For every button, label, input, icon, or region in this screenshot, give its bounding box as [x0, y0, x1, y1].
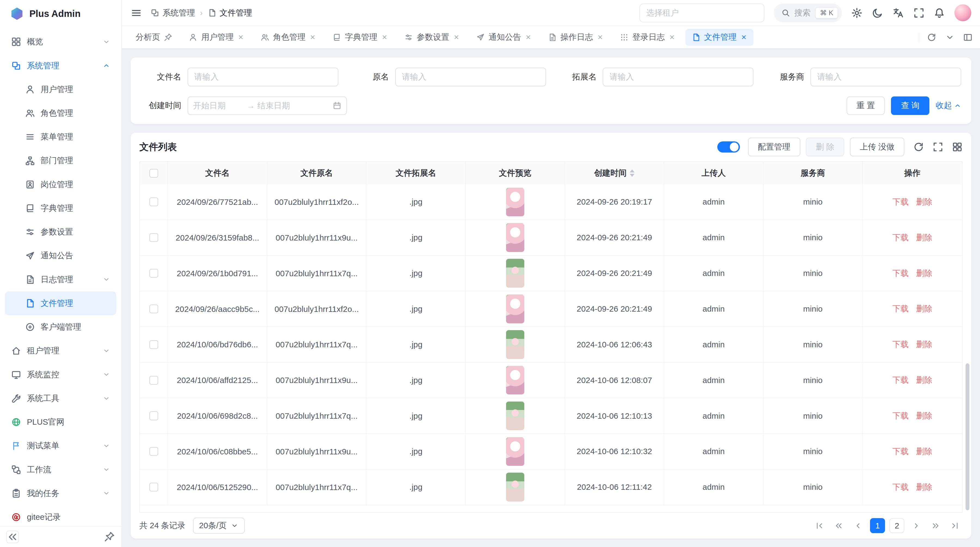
file-preview-thumbnail[interactable] — [506, 188, 524, 217]
close-tab-icon[interactable] — [668, 34, 675, 41]
close-tab-icon[interactable] — [597, 34, 603, 41]
last-page-button[interactable] — [948, 518, 963, 533]
delete-link[interactable]: 删除 — [916, 446, 932, 457]
page-2-button[interactable]: 2 — [889, 518, 904, 533]
delete-link[interactable]: 删除 — [916, 268, 932, 279]
download-link[interactable]: 下载 — [892, 410, 909, 421]
download-link[interactable]: 下载 — [892, 268, 909, 279]
user-avatar[interactable] — [955, 4, 971, 21]
tab-user-management[interactable]: 用户管理 — [182, 29, 250, 46]
file-preview-thumbnail[interactable] — [506, 437, 524, 466]
sort-asc-icon[interactable] — [630, 169, 635, 172]
sidebar-item-test-menu[interactable]: 测试菜单 — [5, 434, 116, 458]
row-checkbox[interactable] — [150, 233, 158, 242]
row-checkbox[interactable] — [150, 340, 158, 349]
delete-link[interactable]: 删除 — [916, 303, 932, 314]
tab-parameter-settings[interactable]: 参数设置 — [398, 29, 466, 46]
config-management-button[interactable]: 配置管理 — [748, 137, 800, 156]
table-scrollbar[interactable] — [966, 364, 969, 510]
row-checkbox[interactable] — [150, 269, 158, 277]
row-checkbox[interactable] — [150, 411, 158, 420]
tab-file-management[interactable]: 文件管理 — [686, 29, 754, 46]
page-1-button[interactable]: 1 — [870, 518, 885, 533]
column-settings-button[interactable] — [952, 142, 963, 152]
tab-notice-management[interactable]: 通知公告 — [470, 29, 538, 46]
download-link[interactable]: 下载 — [892, 196, 909, 207]
download-link[interactable]: 下载 — [892, 482, 909, 493]
sidebar-item-client-management[interactable]: 客户端管理 — [5, 315, 116, 339]
tab-dict-management[interactable]: 字典管理 — [326, 29, 394, 46]
sidebar-item-log-management[interactable]: 日志管理 — [5, 268, 116, 292]
delete-link[interactable]: 删除 — [916, 196, 932, 207]
file-preview-thumbnail[interactable] — [506, 330, 524, 359]
settings-button[interactable] — [851, 7, 862, 19]
date-range-input[interactable]: → — [188, 96, 347, 115]
fullscreen-button[interactable] — [913, 7, 924, 19]
layout-panel-button[interactable] — [963, 33, 972, 42]
file-preview-thumbnail[interactable] — [506, 295, 524, 323]
refresh-page-button[interactable] — [927, 33, 936, 42]
sidebar-item-menu-management[interactable]: 菜单管理 — [5, 125, 116, 149]
original-name-input[interactable] — [395, 67, 546, 86]
row-checkbox[interactable] — [150, 305, 158, 313]
tab-options-button[interactable] — [945, 33, 955, 42]
next-page-button[interactable] — [909, 518, 924, 533]
query-button[interactable]: 查 询 — [891, 96, 929, 115]
delete-link[interactable]: 删除 — [916, 410, 932, 421]
sidebar-item-overview[interactable]: 概览 — [5, 30, 116, 54]
sidebar-item-role-management[interactable]: 角色管理 — [5, 101, 116, 125]
sidebar-item-plus-website[interactable]: PLUS官网 — [5, 410, 116, 434]
download-link[interactable]: 下载 — [892, 446, 909, 457]
sidebar-item-user-management[interactable]: 用户管理 — [5, 78, 116, 101]
download-link[interactable]: 下载 — [892, 375, 909, 386]
tenant-select[interactable] — [640, 3, 764, 22]
file-preview-thumbnail[interactable] — [506, 402, 524, 431]
toggle-switch[interactable] — [717, 141, 740, 153]
upload-button[interactable]: 上传 没做 — [850, 137, 904, 156]
close-tab-icon[interactable] — [309, 34, 316, 41]
download-link[interactable]: 下载 — [892, 339, 909, 350]
sidebar-item-system-management[interactable]: 系统管理 — [5, 54, 116, 77]
table-fullscreen-button[interactable] — [932, 142, 943, 152]
file-preview-thumbnail[interactable] — [506, 366, 524, 395]
close-tab-icon[interactable] — [740, 34, 747, 41]
close-tab-icon[interactable] — [237, 34, 244, 41]
start-date-input[interactable] — [193, 101, 244, 110]
dark-mode-button[interactable] — [872, 7, 883, 19]
sidebar-item-file-management[interactable]: 文件管理 — [5, 292, 116, 315]
row-checkbox[interactable] — [150, 376, 158, 384]
pin-sidebar-button[interactable] — [104, 531, 115, 542]
row-checkbox[interactable] — [150, 447, 158, 456]
sidebar-item-system-monitor[interactable]: 系统监控 — [5, 363, 116, 386]
sort-desc-icon[interactable] — [630, 174, 635, 177]
prev-10-pages-button[interactable] — [831, 518, 846, 533]
close-tab-icon[interactable] — [525, 34, 531, 41]
column-header[interactable]: 创建时间 — [565, 162, 665, 184]
sidebar-item-tenant-management[interactable]: 租户管理 — [5, 339, 116, 363]
global-search[interactable]: 搜索 ⌘ K — [774, 3, 842, 22]
delete-link[interactable]: 删除 — [916, 339, 932, 350]
collapse-filter-link[interactable]: 收起 — [935, 100, 961, 111]
sidebar-item-parameter-settings[interactable]: 参数设置 — [5, 220, 116, 244]
file-preview-thumbnail[interactable] — [506, 223, 524, 252]
page-size-select[interactable]: 20条/页 — [193, 518, 245, 534]
end-date-input[interactable] — [258, 101, 309, 110]
sidebar-item-post-management[interactable]: 岗位管理 — [5, 173, 116, 196]
reset-button[interactable]: 重 置 — [846, 96, 885, 115]
first-page-button[interactable] — [812, 518, 827, 533]
sort-control[interactable] — [630, 169, 635, 177]
sidebar-item-gitee-record[interactable]: gitee记录 — [5, 506, 116, 526]
sidebar-item-department-management[interactable]: 部门管理 — [5, 149, 116, 172]
sidebar-item-dict-management[interactable]: 字典管理 — [5, 196, 116, 220]
sidebar-item-workflow[interactable]: 工作流 — [5, 458, 116, 482]
close-tab-icon[interactable] — [453, 34, 460, 41]
breadcrumb-item-system-management[interactable]: 系统管理 — [151, 7, 195, 19]
delete-link[interactable]: 删除 — [916, 232, 932, 243]
prev-page-button[interactable] — [851, 518, 865, 533]
tab-login-log[interactable]: 登录日志 — [614, 29, 682, 46]
download-link[interactable]: 下载 — [892, 303, 909, 314]
file-name-input[interactable] — [188, 67, 338, 86]
next-10-pages-button[interactable] — [928, 518, 943, 533]
collapse-sidebar-button[interactable] — [6, 531, 19, 543]
row-checkbox[interactable] — [150, 198, 158, 206]
